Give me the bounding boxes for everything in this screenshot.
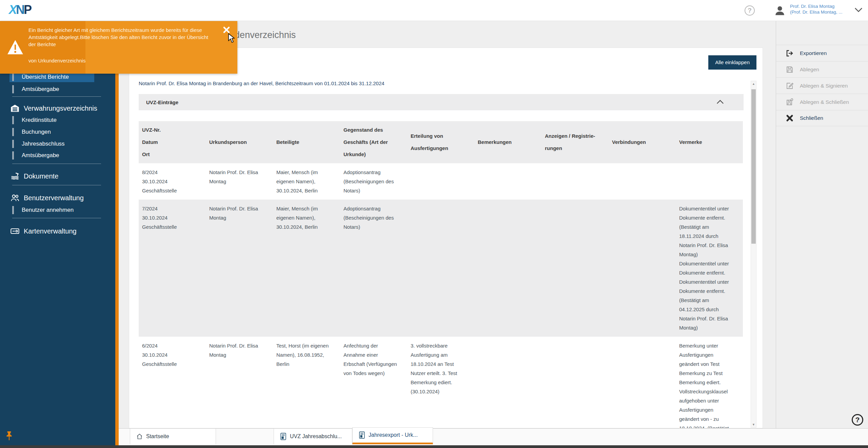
- user-name: Prof. Dr. Elisa Montag: [790, 3, 858, 9]
- cell-urkundsperson: Notarin Prof. Dr. Elisa Montag: [206, 337, 273, 428]
- cell-verbindungen: [609, 200, 676, 337]
- cell-gegenstand: Adoptionsantrag (Bescheinigungen des Not…: [340, 200, 407, 337]
- cell-urkundsperson: Notarin Prof. Dr. Elisa Montag: [206, 200, 273, 337]
- pin-icon[interactable]: [5, 431, 14, 441]
- save-button: Ablegen: [776, 61, 868, 77]
- col-uvz-nr: UVZ-Nr. Datum Ort: [139, 121, 206, 163]
- cell-erteilung: [407, 163, 474, 200]
- app-logo: XNP: [9, 3, 31, 17]
- cell-bemerkungen: [474, 200, 541, 337]
- users-icon: [10, 193, 20, 203]
- section-title: UVZ-Einträge: [146, 99, 178, 105]
- sidebar: Übersicht Berichte Amtsübergabe Verwahru…: [0, 21, 119, 445]
- sidebar-item-jahresabschluss[interactable]: Jahresabschluss: [9, 139, 94, 149]
- cell-bemerkungen: [474, 337, 541, 428]
- cell-uvz: 6/2024 30.10.2024 Geschäftsstelle: [139, 337, 206, 428]
- scroll-down-icon[interactable]: ▼: [751, 422, 756, 427]
- content-card: Alle einklappen Notarin Prof. Dr. Elisa …: [129, 48, 763, 428]
- sidebar-item-benutzer-annehmen[interactable]: Benutzer annehmen: [9, 205, 94, 215]
- item-marker: [12, 116, 14, 124]
- table-row[interactable]: 6/2024 30.10.2024 Geschäftsstelle Notari…: [139, 337, 743, 428]
- sidebar-section-verwahrungsverzeichnis[interactable]: Verwahrungsverzeichnis: [10, 102, 108, 114]
- col-urkundsperson: Urkundsperson: [206, 121, 273, 163]
- cell-vermerke: [676, 163, 743, 200]
- table-row[interactable]: 7/2024 30.10.2024 Geschäftsstelle Notari…: [139, 200, 743, 337]
- sidebar-section-dokumente[interactable]: Dokumente: [10, 170, 108, 182]
- cell-uvz: 8/2024 30.10.2024 Geschäftsstelle: [139, 163, 206, 200]
- table-header-row: UVZ-Nr. Datum Ort Urkundsperson Beteilig…: [139, 121, 743, 163]
- scrollbar-thumb[interactable]: [751, 89, 756, 244]
- top-bar: XNP ? Prof. Dr. Elisa Montag (Prof. Dr. …: [0, 0, 868, 21]
- chevron-up-icon[interactable]: [716, 99, 724, 104]
- sidebar-section-benutzerverwaltung[interactable]: Benutzerverwaltung: [10, 192, 108, 204]
- sidebar-item-amtsuebergabe[interactable]: Amtsübergabe: [9, 84, 94, 94]
- tab-startseite[interactable]: Startseite: [130, 429, 216, 444]
- toast-close-icon[interactable]: [223, 26, 230, 33]
- col-anzeigen: Anzeigen / Registrie- rungen: [541, 121, 609, 163]
- card-icon: [10, 226, 20, 236]
- col-vermerke: Vermerke: [676, 121, 743, 163]
- col-verbindungen: Verbindungen: [609, 121, 676, 163]
- save-close-icon: [786, 98, 794, 106]
- warning-toast: Ein Bericht gleicher Art mit gleichem Be…: [0, 21, 237, 74]
- help-icon[interactable]: ?: [745, 5, 755, 16]
- item-marker: [12, 206, 14, 214]
- document-icon: [280, 433, 287, 440]
- cell-anzeigen: [541, 337, 609, 428]
- collapse-all-button[interactable]: Alle einklappen: [708, 55, 756, 70]
- table-scrollbar[interactable]: ▲ ▼: [751, 81, 756, 428]
- item-marker: [12, 151, 14, 160]
- cell-erteilung: [407, 200, 474, 337]
- divider: [12, 185, 101, 185]
- cell-bemerkungen: [474, 163, 541, 200]
- cell-beteiligte: Test, Horst (im eigenen Namen), 16.08.19…: [273, 337, 340, 428]
- divider: [12, 164, 101, 164]
- col-gegenstand: Gegenstand des Geschäfts (Art der Urkund…: [340, 121, 407, 163]
- close-button[interactable]: Schließen: [776, 110, 868, 126]
- cell-beteiligte: Maier, Mensch (im eigenen Namen), 30.10.…: [273, 200, 340, 337]
- chevron-down-icon[interactable]: [854, 7, 863, 14]
- help-icon-bottom[interactable]: ?: [852, 414, 863, 426]
- documents-icon: [10, 171, 20, 181]
- col-bemerkungen: Bemerkungen: [474, 121, 541, 163]
- window-bottom-edge: [0, 445, 868, 448]
- tab-uvz-jahresabschluss[interactable]: UVZ Jahresabschlu...: [274, 429, 352, 444]
- uvz-section-header[interactable]: UVZ-Einträge: [139, 94, 744, 110]
- user-detail: (Prof. Dr. Elisa Montag, ...: [790, 9, 858, 15]
- export-button[interactable]: Exportieren: [776, 45, 868, 61]
- cell-vermerke: Dokumententitel unter Dokumente entfernt…: [676, 200, 743, 337]
- user-avatar-icon: [774, 4, 786, 17]
- document-icon: [359, 431, 365, 439]
- close-icon: [786, 114, 794, 122]
- cell-vermerke: Bemerkung unter Ausfertigungen geändert …: [676, 337, 743, 428]
- user-menu[interactable]: Prof. Dr. Elisa Montag (Prof. Dr. Elisa …: [790, 3, 858, 15]
- sidebar-item-kreditinstitute[interactable]: Kreditinstitute: [9, 115, 94, 125]
- cell-uvz: 7/2024 30.10.2024 Geschäftsstelle: [139, 200, 206, 337]
- report-subtitle: Notarin Prof. Dr. Elisa Montag in Brande…: [139, 80, 384, 86]
- tab-jahresexport-urkundenverzeichnis[interactable]: Jahresexport - Urk...: [352, 427, 433, 444]
- divider: [12, 218, 101, 218]
- sign-icon: [786, 82, 794, 90]
- cell-verbindungen: [609, 163, 676, 200]
- divider: [12, 96, 101, 97]
- toast-message: Ein Bericht gleicher Art mit gleichem Be…: [28, 26, 214, 48]
- scroll-up-icon[interactable]: ▲: [751, 81, 756, 87]
- cell-erteilung: 3. vollstreckbare Ausfertigung am 18.10.…: [407, 337, 474, 428]
- table-row[interactable]: 8/2024 30.10.2024 Geschäftsstelle Notari…: [139, 163, 743, 200]
- sidebar-section-kartenverwaltung[interactable]: Kartenverwaltung: [10, 225, 108, 237]
- save-and-sign-button: Ablegen & Signieren: [776, 77, 868, 94]
- save-icon: [786, 66, 794, 74]
- warning-icon: [7, 40, 23, 54]
- cell-beteiligte: Maier, Mensch (im eigenen Namen), 30.10.…: [273, 163, 340, 200]
- archive-icon: [10, 104, 20, 113]
- sidebar-item-buchungen[interactable]: Buchungen: [9, 127, 94, 137]
- home-icon: [136, 433, 143, 440]
- col-beteiligte: Beteiligte: [273, 121, 340, 163]
- cell-anzeigen: [541, 200, 609, 337]
- col-erteilung: Erteilung von Ausfertigungen: [407, 121, 474, 163]
- save-and-close-button: Ablegen & Schließen: [776, 94, 868, 110]
- cell-gegenstand: Adoptionsantrag (Bescheinigungen des Not…: [340, 163, 407, 200]
- item-marker: [12, 73, 14, 81]
- item-marker: [12, 85, 14, 93]
- sidebar-item-amtsuebergabe-vvz[interactable]: Amtsübergabe: [9, 150, 94, 161]
